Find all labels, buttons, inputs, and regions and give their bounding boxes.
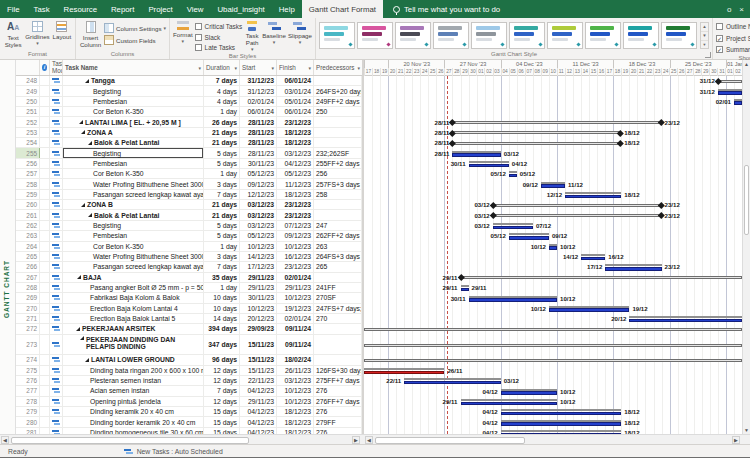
start-cell[interactable]: 05/12/23: [240, 169, 277, 178]
gantt-style-swatch[interactable]: [357, 22, 393, 49]
task-mode-cell[interactable]: [50, 200, 63, 209]
tab-view[interactable]: View: [180, 0, 211, 18]
table-scroll-right-icon[interactable]: ▶: [352, 436, 360, 444]
summary-bar[interactable]: [461, 276, 742, 279]
predecessors-cell[interactable]: 126FS+30 days: [314, 366, 362, 375]
predecessors-cell[interactable]: 257FS+3 days: [314, 179, 362, 188]
duration-cell[interactable]: 10 days: [204, 304, 240, 313]
task-bar[interactable]: [565, 195, 621, 199]
task-name-cell[interactable]: LANTAI LOWER GROUND: [63, 355, 204, 364]
scroll-down-icon[interactable]: ▼: [743, 426, 750, 434]
task-name-cell[interactable]: Erection Baja Balok Lantai 5: [63, 314, 204, 323]
row-number[interactable]: 254: [16, 138, 40, 147]
predecessors-cell[interactable]: 249FF+2 days: [314, 97, 362, 106]
task-mode-cell[interactable]: [50, 242, 63, 251]
task-mode-cell[interactable]: [50, 148, 63, 157]
row-number[interactable]: 269: [16, 293, 40, 302]
row-number[interactable]: 274: [16, 355, 40, 364]
task-mode-cell[interactable]: [50, 97, 63, 106]
start-cell[interactable]: 10/12/23: [240, 304, 277, 313]
row-number[interactable]: 257: [16, 169, 40, 178]
task-bar[interactable]: [734, 101, 742, 105]
start-cell[interactable]: 06/01/24: [240, 107, 277, 116]
predecessors-cell[interactable]: [314, 200, 362, 209]
task-mode-cell[interactable]: [50, 179, 63, 188]
predecessors-cell[interactable]: 263: [314, 242, 362, 251]
info-cell[interactable]: [40, 179, 50, 188]
start-cell[interactable]: 31/12/23: [240, 76, 277, 85]
finish-cell[interactable]: 18/12/23: [277, 407, 314, 416]
duration-cell[interactable]: 4 days: [204, 86, 240, 95]
task-mode-cell[interactable]: [50, 86, 63, 95]
task-mode-cell[interactable]: [50, 366, 63, 375]
start-cell[interactable]: 09/12/23: [240, 179, 277, 188]
task-mode-cell[interactable]: [50, 293, 63, 302]
task-name-cell[interactable]: Pasangan screed lengkap kawat ayam: [63, 262, 204, 271]
predecessors-cell[interactable]: 270SF: [314, 293, 362, 302]
critical-task-bar[interactable]: [364, 371, 444, 375]
task-name-cell[interactable]: ZONA B: [63, 200, 204, 209]
predecessors-cell[interactable]: [314, 138, 362, 147]
gantt-style-swatch[interactable]: [623, 22, 659, 49]
task-mode-cell[interactable]: [50, 376, 63, 385]
info-cell[interactable]: [40, 210, 50, 219]
duration-cell[interactable]: 3 days: [204, 179, 240, 188]
task-bar[interactable]: [509, 174, 517, 178]
info-cell[interactable]: [40, 200, 50, 209]
task-name-cell[interactable]: Cor Beton K-350: [63, 107, 204, 116]
predecessors-cell[interactable]: 270: [314, 314, 362, 323]
task-mode-cell[interactable]: [50, 107, 63, 116]
info-cell[interactable]: [40, 335, 50, 355]
start-cell[interactable]: 30/11/23: [240, 293, 277, 302]
row-number[interactable]: 267: [16, 273, 40, 282]
expand-triangle-icon[interactable]: [81, 203, 85, 207]
info-cell[interactable]: [40, 355, 50, 364]
row-number[interactable]: 273: [16, 335, 40, 355]
task-mode-cell[interactable]: [50, 159, 63, 168]
info-cell[interactable]: [40, 293, 50, 302]
task-bar[interactable]: [629, 319, 742, 323]
finish-cell[interactable]: 09/11/24: [277, 335, 314, 355]
row-number[interactable]: 255: [16, 148, 40, 157]
chart-scroll-right-icon[interactable]: ▶: [732, 436, 740, 444]
task-bar[interactable]: [452, 153, 500, 157]
duration-cell[interactable]: 347 days: [204, 335, 240, 355]
summary-bar[interactable]: [364, 344, 742, 347]
task-mode-cell[interactable]: [50, 335, 63, 355]
summary-bar[interactable]: [452, 131, 621, 134]
start-cell[interactable]: 22/11/23: [240, 376, 277, 385]
tab-help[interactable]: Help: [272, 0, 302, 18]
gantt-style-swatch[interactable]: [319, 22, 355, 49]
task-bar[interactable]: [469, 164, 509, 168]
duration-cell[interactable]: 5 days: [204, 159, 240, 168]
finish-cell[interactable]: 03/01/24: [277, 86, 314, 95]
start-cell[interactable]: 03/12/23: [240, 200, 277, 209]
tell-me-search[interactable]: Tell me what you want to do: [393, 0, 500, 18]
vertical-scrollbar[interactable]: ▲ ▼: [742, 60, 750, 434]
task-mode-cell[interactable]: [50, 128, 63, 137]
info-cell[interactable]: [40, 76, 50, 85]
row-number[interactable]: 271: [16, 314, 40, 323]
task-name-cell[interactable]: Erection Baja Kolom Lantai 4: [63, 304, 204, 313]
predecessors-cell[interactable]: 279FF: [314, 417, 362, 426]
task-name-cell[interactable]: Plesteran semen instan: [63, 376, 204, 385]
insert-column-button[interactable]: Insert Column: [79, 20, 102, 49]
dialog-launcher-icon[interactable]: [705, 52, 711, 58]
info-cell[interactable]: [40, 221, 50, 230]
finish-cell[interactable]: 18/12/23: [277, 190, 314, 199]
duration-cell[interactable]: 7 days: [204, 76, 240, 85]
duration-cell[interactable]: 21 days: [204, 210, 240, 219]
predecessors-cell[interactable]: [314, 76, 362, 85]
info-cell[interactable]: [40, 366, 50, 375]
row-number[interactable]: 280: [16, 417, 40, 426]
info-cell[interactable]: [40, 128, 50, 137]
row-number[interactable]: 272: [16, 324, 40, 333]
tab-report[interactable]: Report: [104, 0, 141, 18]
predecessors-cell[interactable]: 255FF+2 days: [314, 159, 362, 168]
info-cell[interactable]: [40, 231, 50, 240]
task-name-cell[interactable]: Tangga: [63, 76, 204, 85]
task-bar[interactable]: [541, 184, 565, 188]
task-mode-cell[interactable]: [50, 283, 63, 292]
info-cell[interactable]: [40, 262, 50, 271]
checkbox-project-summary-task[interactable]: ✓Project Summary Task: [716, 34, 750, 43]
